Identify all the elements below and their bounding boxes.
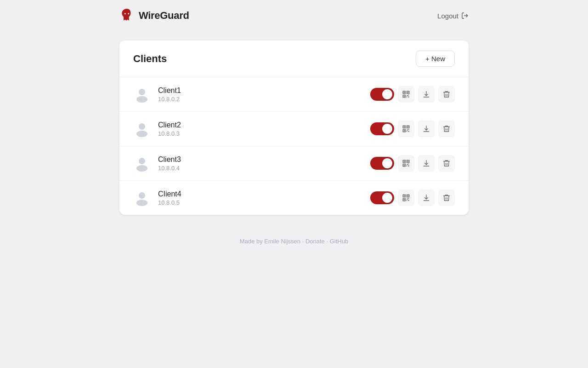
- svg-rect-34: [404, 161, 405, 162]
- svg-rect-38: [407, 164, 408, 165]
- new-client-button[interactable]: + New: [416, 51, 455, 67]
- client-name: CIient4: [158, 190, 363, 198]
- logout-button[interactable]: Logout: [437, 12, 469, 20]
- logout-icon: [461, 12, 469, 19]
- client-info: Client2 10.8.0.3: [158, 121, 363, 137]
- delete-button[interactable]: [438, 121, 455, 137]
- app-name: WireGuard: [139, 10, 189, 22]
- client-row: CIient4 10.8.0.5: [119, 181, 469, 215]
- download-button[interactable]: [418, 121, 435, 137]
- svg-point-30: [136, 165, 147, 172]
- client-ip: 10.8.0.4: [158, 165, 363, 172]
- svg-point-1: [128, 13, 129, 14]
- client-toggle[interactable]: [370, 88, 394, 101]
- svg-rect-26: [408, 131, 409, 132]
- qr-code-icon: [402, 125, 410, 133]
- svg-rect-10: [404, 96, 405, 97]
- delete-button[interactable]: [438, 86, 455, 103]
- svg-rect-47: [404, 196, 405, 196]
- logo-area: WireGuard: [119, 8, 189, 23]
- card-header: Clients + New: [119, 40, 469, 77]
- download-button[interactable]: [418, 86, 435, 103]
- trash-icon: [442, 125, 451, 133]
- qr-code-icon: [402, 90, 410, 98]
- client-toggle[interactable]: [370, 157, 394, 170]
- download-icon: [422, 159, 430, 167]
- trash-icon: [442, 159, 451, 167]
- footer: Made by Emile Nijssen · Donate · GitHub: [0, 224, 588, 259]
- download-icon: [422, 125, 430, 133]
- client-actions: [370, 86, 455, 103]
- client-info: Client3 10.8.0.4: [158, 155, 363, 172]
- qr-code-icon: [402, 194, 410, 202]
- svg-point-4: [136, 96, 147, 103]
- qr-code-button[interactable]: [398, 86, 414, 103]
- app-header: WireGuard Logout: [0, 0, 588, 31]
- download-button[interactable]: [418, 190, 435, 206]
- svg-rect-25: [407, 130, 408, 131]
- client-ip: 10.8.0.3: [158, 130, 363, 137]
- client-name: Client1: [158, 86, 363, 95]
- svg-rect-23: [404, 130, 405, 131]
- svg-rect-52: [408, 200, 409, 201]
- client-avatar: [133, 86, 151, 103]
- download-button[interactable]: [418, 155, 435, 172]
- trash-icon: [442, 194, 451, 202]
- client-avatar: [133, 155, 151, 172]
- client-avatar: [133, 189, 151, 207]
- client-actions: [370, 121, 455, 137]
- wireguard-logo-icon: [119, 8, 134, 23]
- qr-code-button[interactable]: [398, 155, 414, 172]
- clients-card: Clients + New Client1 10.8.0.2: [119, 40, 469, 215]
- qr-code-button[interactable]: [398, 121, 414, 137]
- trash-icon: [442, 90, 451, 98]
- svg-rect-36: [404, 165, 405, 166]
- delete-button[interactable]: [438, 190, 455, 206]
- client-row: Client3 10.8.0.4: [119, 146, 469, 181]
- svg-point-43: [136, 200, 147, 206]
- svg-point-16: [139, 123, 145, 130]
- svg-rect-21: [404, 126, 405, 127]
- svg-point-3: [139, 89, 145, 95]
- qr-code-icon: [402, 159, 410, 167]
- client-info: Client1 10.8.0.2: [158, 86, 363, 103]
- logout-label: Logout: [437, 12, 458, 20]
- svg-rect-8: [404, 92, 405, 93]
- client-name: Client2: [158, 121, 363, 129]
- svg-rect-22: [407, 126, 408, 127]
- client-toggle[interactable]: [370, 191, 394, 204]
- svg-rect-13: [408, 97, 409, 98]
- svg-rect-48: [407, 196, 408, 196]
- svg-point-0: [124, 13, 126, 14]
- svg-rect-35: [407, 161, 408, 162]
- footer-text: Made by Emile Nijssen · Donate · GitHub: [240, 238, 348, 245]
- download-icon: [422, 90, 430, 98]
- delete-button[interactable]: [438, 155, 455, 172]
- svg-rect-12: [407, 95, 408, 96]
- client-actions: [370, 155, 455, 172]
- client-ip: 10.8.0.2: [158, 96, 363, 103]
- svg-rect-51: [407, 199, 408, 200]
- svg-point-42: [139, 192, 145, 199]
- client-row: Client1 10.8.0.2: [119, 77, 469, 112]
- svg-rect-39: [408, 166, 409, 167]
- svg-point-29: [139, 158, 145, 164]
- svg-rect-9: [407, 92, 408, 93]
- download-icon: [422, 194, 430, 202]
- svg-rect-49: [404, 199, 405, 200]
- qr-code-button[interactable]: [398, 190, 414, 206]
- clients-list: Client1 10.8.0.2: [119, 77, 469, 215]
- client-avatar: [133, 120, 151, 138]
- client-ip: 10.8.0.5: [158, 199, 363, 206]
- client-actions: [370, 190, 455, 206]
- card-title: Clients: [133, 53, 167, 65]
- client-toggle[interactable]: [370, 122, 394, 135]
- client-info: CIient4 10.8.0.5: [158, 190, 363, 206]
- client-name: Client3: [158, 155, 363, 164]
- client-row: Client2 10.8.0.3: [119, 112, 469, 146]
- svg-point-17: [136, 131, 147, 137]
